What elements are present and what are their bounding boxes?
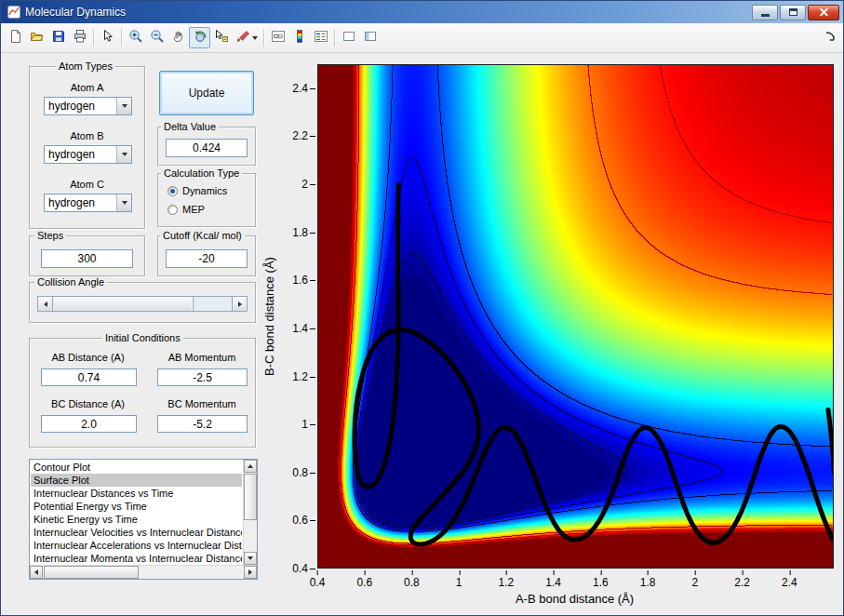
atom-b-label: Atom B bbox=[30, 130, 144, 141]
list-item[interactable]: Internuclear Accelerations vs Internucle… bbox=[31, 539, 242, 552]
list-item[interactable]: Kinetic Energy vs Time bbox=[31, 513, 242, 526]
plot-area[interactable] bbox=[317, 64, 834, 569]
hide-plot-tools-icon bbox=[342, 29, 356, 47]
steps-field[interactable] bbox=[41, 249, 133, 268]
atom-a-label: Atom A bbox=[30, 82, 144, 93]
atom-c-label: Atom C bbox=[30, 179, 144, 190]
toolbar-separator bbox=[263, 29, 264, 47]
brush-button[interactable] bbox=[232, 27, 261, 48]
pan-hand-icon bbox=[171, 29, 186, 47]
scroll-up-button[interactable] bbox=[244, 460, 257, 473]
zoom-in-button[interactable] bbox=[125, 27, 146, 48]
list-item[interactable]: Surface Plot bbox=[31, 474, 242, 487]
y-axis-ticks: 0.40.60.811.21.41.61.822.22.4 bbox=[276, 64, 316, 569]
y-tick-label: 0.4 bbox=[292, 562, 308, 575]
edit-plot-button[interactable] bbox=[97, 27, 118, 48]
atom-types-panel: Atom Types Atom A hydrogen Atom B hydrog… bbox=[29, 66, 145, 229]
vertical-scrollbar[interactable] bbox=[243, 460, 257, 565]
slider-right-arrow[interactable] bbox=[232, 297, 247, 311]
horizontal-scrollbar[interactable] bbox=[30, 565, 257, 579]
close-button[interactable] bbox=[808, 5, 839, 20]
close-icon bbox=[819, 7, 829, 18]
new-document-button[interactable] bbox=[5, 27, 26, 48]
open-folder-button[interactable] bbox=[26, 27, 47, 48]
ab-distance-field[interactable] bbox=[41, 368, 137, 386]
atom-b-dropdown-button[interactable] bbox=[116, 146, 131, 163]
x-tick-label: 1.6 bbox=[593, 576, 609, 589]
brush-icon bbox=[235, 29, 250, 47]
minimize-button[interactable] bbox=[752, 5, 778, 20]
colorbar-icon bbox=[292, 29, 307, 47]
link-plot-icon bbox=[271, 29, 286, 47]
edit-plot-cursor-icon bbox=[100, 29, 115, 47]
plot-type-listbox: Contour Plot Surface Plot Internuclear D… bbox=[29, 459, 258, 580]
atom-a-dropdown-button[interactable] bbox=[116, 98, 131, 114]
link-plot-button[interactable] bbox=[267, 27, 288, 48]
save-button[interactable] bbox=[47, 27, 69, 48]
collision-angle-slider[interactable] bbox=[37, 296, 248, 312]
scroll-left-button[interactable] bbox=[30, 566, 43, 579]
x-tick-label: 2.4 bbox=[782, 576, 797, 589]
atom-c-dropdown[interactable]: hydrogen bbox=[44, 194, 132, 212]
atom-b-dropdown[interactable]: hydrogen bbox=[44, 145, 132, 164]
y-tick-label: 1 bbox=[301, 418, 308, 431]
delta-value-panel: Delta Value bbox=[157, 127, 256, 166]
bc-distance-field[interactable] bbox=[41, 415, 137, 433]
bc-momentum-label: BC Momentum bbox=[151, 398, 253, 409]
y-axis-label: B-C bond distance (Å) bbox=[262, 257, 276, 376]
show-plot-tools-icon bbox=[363, 29, 378, 47]
list-item[interactable]: Internuclear Velocities vs Internuclear … bbox=[31, 526, 242, 539]
radio-button-icon[interactable] bbox=[167, 186, 178, 196]
radio-mep[interactable]: MEP bbox=[167, 204, 205, 215]
delta-value-field[interactable] bbox=[166, 139, 248, 157]
toolbar-separator bbox=[93, 29, 94, 47]
list-item[interactable]: Contour Plot bbox=[31, 461, 242, 474]
horizontal-scroll-thumb[interactable] bbox=[44, 566, 139, 579]
radio-button-icon[interactable] bbox=[167, 205, 178, 215]
atom-types-title: Atom Types bbox=[56, 60, 115, 73]
print-button[interactable] bbox=[69, 27, 90, 48]
maximize-button[interactable] bbox=[780, 5, 806, 20]
chevron-down-icon bbox=[122, 104, 127, 108]
data-cursor-button[interactable] bbox=[210, 27, 232, 48]
list-item[interactable]: Internuclear Momenta vs Internuclear Dis… bbox=[31, 552, 242, 564]
vertical-scroll-thumb[interactable] bbox=[244, 474, 257, 520]
pes-canvas[interactable] bbox=[318, 65, 833, 568]
radio-dynamics[interactable]: Dynamics bbox=[167, 185, 227, 196]
hide-plot-tools-button[interactable] bbox=[338, 27, 359, 48]
atom-c-value: hydrogen bbox=[45, 194, 116, 211]
ab-distance-label: AB Distance (A) bbox=[30, 352, 146, 363]
print-icon bbox=[73, 29, 87, 47]
chevron-down-icon bbox=[122, 201, 127, 205]
rotate-3d-button[interactable] bbox=[189, 27, 210, 48]
update-button[interactable]: Update bbox=[159, 71, 254, 115]
x-tick-label: 1.8 bbox=[640, 576, 656, 589]
dock-figure-icon[interactable] bbox=[823, 29, 837, 44]
app-window: Molecular Dynamics Atom Typ bbox=[0, 0, 844, 616]
slider-thumb[interactable] bbox=[54, 297, 194, 311]
insert-legend-button[interactable] bbox=[310, 27, 331, 48]
left-arrow-icon bbox=[44, 301, 47, 307]
pan-button[interactable] bbox=[167, 27, 189, 48]
atom-c-dropdown-button[interactable] bbox=[116, 194, 131, 211]
listbox-items: Contour Plot Surface Plot Internuclear D… bbox=[31, 461, 242, 564]
scroll-right-button[interactable] bbox=[244, 566, 257, 579]
zoom-out-button[interactable] bbox=[146, 27, 167, 48]
title-bar[interactable]: Molecular Dynamics bbox=[1, 1, 843, 23]
bc-momentum-field[interactable] bbox=[157, 415, 248, 433]
list-item[interactable]: Potential Energy vs Time bbox=[31, 500, 242, 513]
collision-angle-title: Collision Angle bbox=[34, 276, 107, 288]
atom-a-dropdown[interactable]: hydrogen bbox=[44, 97, 132, 115]
slider-left-arrow[interactable] bbox=[38, 297, 53, 311]
cutoff-field[interactable] bbox=[166, 249, 248, 268]
show-plot-tools-button[interactable] bbox=[359, 27, 381, 48]
brush-dropdown-icon[interactable] bbox=[252, 36, 258, 40]
list-item[interactable]: Internuclear Distances vs Time bbox=[31, 487, 242, 500]
ab-momentum-label: AB Momentum bbox=[151, 352, 253, 363]
ab-momentum-field[interactable] bbox=[157, 368, 248, 386]
scroll-down-button[interactable] bbox=[244, 552, 257, 565]
insert-colorbar-button[interactable] bbox=[288, 27, 310, 48]
cutoff-panel: Cutoff (Kcal/ mol) bbox=[157, 235, 256, 276]
radio-dynamics-label: Dynamics bbox=[182, 185, 227, 196]
calculation-type-title: Calculation Type bbox=[161, 167, 242, 180]
